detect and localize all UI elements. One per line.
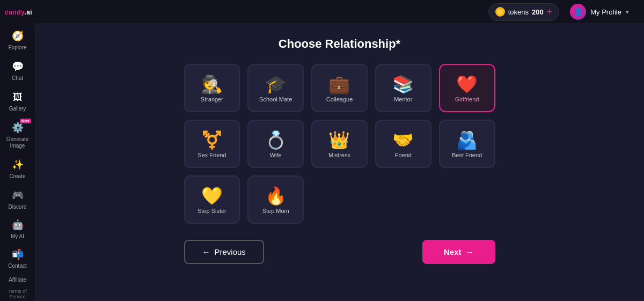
sex-friend-emoji: ⚧️ [201, 131, 223, 149]
chevron-down-icon: ▾ [626, 9, 629, 16]
relationship-card-best-friend[interactable]: 🫂Best Friend [439, 120, 495, 168]
step-mom-emoji: 🔥 [265, 187, 287, 204]
sidebar-item-myai[interactable]: 🤖 My AI [2, 215, 33, 243]
token-icon: 🟡 [495, 7, 505, 17]
sidebar: candy.ai 🧭 Explore 💬 Chat 🖼 Gallery New … [0, 0, 35, 301]
bottom-navigation: ← Previous Next → [184, 240, 495, 264]
step-sister-label: Step Sister [197, 208, 226, 214]
explore-icon: 🧭 [11, 29, 25, 43]
best-friend-label: Best Friend [452, 152, 482, 158]
sidebar-item-myai-label: My AI [11, 233, 24, 240]
sidebar-item-affiliate-label: Affiliate [9, 277, 26, 283]
sidebar-item-create-label: Create [9, 173, 25, 180]
relationship-card-friend[interactable]: 🤝Friend [375, 120, 431, 168]
token-count: 200 [532, 8, 544, 16]
main-content: Choose Relationship* 🕵️Stranger🎓School M… [35, 24, 644, 301]
mentor-emoji: 📚 [392, 76, 414, 93]
relationship-card-sex-friend[interactable]: ⚧️Sex Friend [184, 120, 240, 168]
terms-link[interactable]: Terms of Service [0, 288, 35, 300]
school-mate-label: School Mate [259, 96, 292, 102]
app-logo[interactable]: candy.ai [3, 5, 32, 19]
discord-icon: 🎮 [11, 188, 25, 202]
relationship-card-wife[interactable]: 💍Wife [247, 120, 304, 168]
mistress-emoji: 👑 [328, 131, 350, 149]
stranger-label: Stranger [201, 96, 223, 102]
mistress-label: Mistress [328, 152, 350, 158]
girlfriend-emoji: ❤️ [456, 76, 478, 93]
sidebar-item-explore[interactable]: 🧭 Explore [2, 26, 33, 54]
friend-label: Friend [395, 152, 412, 158]
sidebar-item-generate[interactable]: New ⚙️ Generate Image [2, 118, 33, 152]
sidebar-item-chat-label: Chat [12, 75, 23, 82]
sex-friend-label: Sex Friend [197, 152, 226, 158]
sidebar-item-gallery-label: Gallery [9, 106, 26, 112]
gallery-icon: 🖼 [11, 90, 25, 104]
sidebar-item-contact[interactable]: 📬 Contact [2, 244, 33, 273]
avatar: 👤 [570, 4, 586, 20]
sidebar-item-chat[interactable]: 💬 Chat [2, 56, 33, 85]
colleague-emoji: 💼 [328, 76, 350, 93]
arrow-right-icon: → [466, 247, 474, 256]
previous-button[interactable]: ← Previous [184, 240, 264, 264]
relationship-card-school-mate[interactable]: 🎓School Mate [247, 64, 304, 112]
chat-icon: 💬 [11, 60, 25, 74]
relationship-card-step-mom[interactable]: 🔥Step Mom [247, 175, 304, 224]
logo-text: candy.ai [5, 9, 30, 16]
token-label: tokens [508, 8, 529, 16]
wife-label: Wife [270, 152, 282, 158]
sidebar-item-discord-label: Discord [9, 204, 27, 210]
sidebar-item-generate-label: Generate Image [4, 136, 31, 149]
next-button[interactable]: Next → [422, 240, 495, 264]
next-label: Next [444, 247, 462, 256]
relationship-card-girlfriend[interactable]: ❤️Girlfriend [439, 64, 495, 112]
sidebar-item-contact-label: Contact [8, 263, 26, 269]
wife-emoji: 💍 [265, 131, 287, 149]
step-mom-label: Step Mom [262, 208, 289, 214]
school-mate-emoji: 🎓 [265, 76, 287, 93]
mentor-label: Mentor [394, 96, 412, 102]
stranger-emoji: 🕵️ [201, 76, 223, 93]
previous-label: Previous [215, 247, 246, 256]
sidebar-bottom: 🎮 Discord 🤖 My AI 📬 Contact Affiliate Te… [0, 185, 35, 301]
add-tokens-button[interactable]: + [547, 6, 553, 18]
sidebar-item-gallery[interactable]: 🖼 Gallery [2, 87, 33, 115]
relationship-card-mistress[interactable]: 👑Mistress [311, 120, 368, 168]
girlfriend-label: Girlfriend [455, 96, 479, 102]
new-badge: New [20, 119, 31, 123]
friend-emoji: 🤝 [392, 131, 414, 149]
relationship-card-colleague[interactable]: 💼Colleague [311, 64, 368, 112]
relationship-card-mentor[interactable]: 📚Mentor [375, 64, 431, 112]
colleague-label: Colleague [326, 96, 353, 102]
arrow-left-icon: ← [202, 247, 210, 256]
best-friend-emoji: 🫂 [456, 131, 478, 149]
relationship-card-stranger[interactable]: 🕵️Stranger [184, 64, 240, 112]
myai-icon: 🤖 [11, 218, 25, 232]
sidebar-item-create[interactable]: ✨ Create [2, 155, 33, 183]
relationship-card-step-sister[interactable]: 💛Step Sister [184, 175, 240, 224]
sidebar-item-affiliate[interactable]: Affiliate [2, 274, 33, 287]
header: 🟡 tokens 200 + 👤 My Profile ▾ [35, 0, 644, 24]
step-sister-emoji: 💛 [201, 187, 223, 204]
token-badge: 🟡 tokens 200 + [488, 3, 560, 21]
contact-icon: 📬 [11, 247, 25, 261]
profile-button[interactable]: 👤 My Profile ▾ [566, 2, 633, 22]
sidebar-item-discord[interactable]: 🎮 Discord [2, 185, 33, 214]
create-icon: ✨ [11, 158, 25, 172]
sidebar-item-explore-label: Explore [9, 45, 27, 51]
profile-label: My Profile [590, 8, 621, 16]
relationship-grid: 🕵️Stranger🎓School Mate💼Colleague📚Mentor❤… [184, 64, 495, 224]
page-title: Choose Relationship* [279, 37, 400, 51]
